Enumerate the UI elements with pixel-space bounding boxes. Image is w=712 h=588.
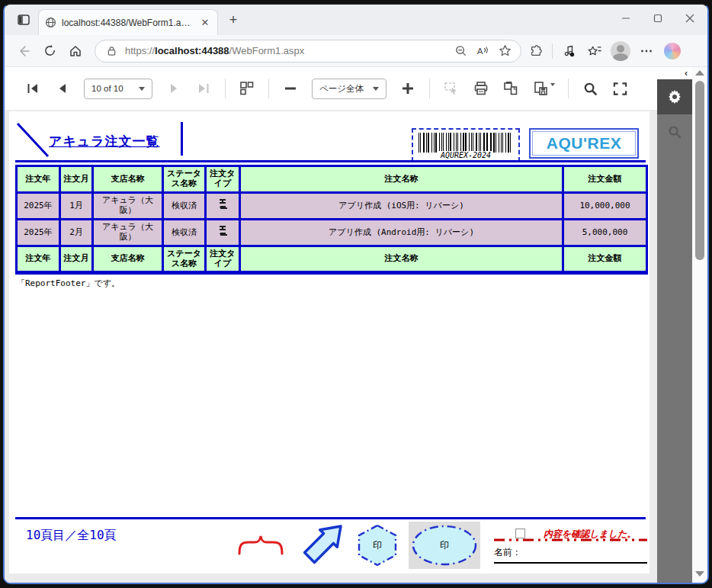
page-select[interactable]: 10 of 10 xyxy=(84,79,152,99)
barcode-label: AQUREX-2024 xyxy=(438,151,493,159)
next-page-button[interactable] xyxy=(165,80,182,97)
back-button[interactable] xyxy=(12,40,35,63)
read-aloud-icon[interactable]: A xyxy=(474,43,491,59)
favorites-hub-icon[interactable] xyxy=(583,40,606,63)
col-header: 注文月 xyxy=(60,246,93,273)
print-layout-button[interactable] xyxy=(502,80,519,97)
toolbar-separator xyxy=(568,79,569,98)
sidebar-collapse-button[interactable]: ‹ xyxy=(657,67,692,79)
col-header: 注文金額 xyxy=(563,246,647,273)
sidebar-search-button[interactable] xyxy=(657,114,692,149)
col-header: 注文タイプ xyxy=(206,166,240,193)
report-footer-note: 「ReportFooter」です。 xyxy=(17,278,120,289)
vertical-scrollbar[interactable] xyxy=(692,67,707,583)
col-header: 注文名称 xyxy=(240,166,563,193)
col-header: ステータス名称 xyxy=(163,246,206,273)
hexagon-stamp: 印 xyxy=(356,523,399,567)
url-host: localhost:44388 xyxy=(155,45,229,56)
last-page-button[interactable] xyxy=(195,80,212,97)
cell-branch: アキュラ（大阪） xyxy=(93,193,163,220)
refresh-button[interactable] xyxy=(38,40,61,63)
cell-month: 2月 xyxy=(60,220,93,246)
copilot-button[interactable] xyxy=(661,40,684,63)
col-header: 支店名称 xyxy=(93,246,163,273)
new-tab-button[interactable]: + xyxy=(223,9,244,31)
stamp-label: 印 xyxy=(440,539,449,552)
zoom-in-button[interactable] xyxy=(399,80,416,97)
scroll-up-arrow[interactable] xyxy=(695,70,704,76)
cell-status: 検収済 xyxy=(163,193,206,220)
search-icon xyxy=(667,124,682,140)
header-rule xyxy=(15,160,646,162)
print-button[interactable] xyxy=(473,80,489,97)
fullscreen-button[interactable] xyxy=(611,80,628,97)
maximize-button[interactable] xyxy=(642,6,674,31)
home-button[interactable] xyxy=(64,40,87,63)
name-label: 名前： xyxy=(494,546,521,559)
confirm-checkbox[interactable] xyxy=(515,529,525,538)
scroll-thumb[interactable] xyxy=(695,81,704,260)
url-path: /WebForm1.aspx xyxy=(229,45,305,56)
logo-box: AQU'REX xyxy=(529,128,639,159)
zoom-select-value: ページ全体 xyxy=(319,83,364,95)
export-button[interactable] xyxy=(532,80,555,97)
diagonal-line-shape xyxy=(15,122,50,159)
favorite-star-icon[interactable] xyxy=(496,43,513,59)
tab-actions-button[interactable] xyxy=(12,8,35,31)
col-header: 注文月 xyxy=(60,166,93,193)
logo-text: AQU'REX xyxy=(547,134,621,153)
tab-title: localhost:44388/WebForm1.aspx xyxy=(62,18,194,28)
report-viewer: 10 of 10 ページ全体 xyxy=(5,67,657,583)
zoom-out-button[interactable] xyxy=(282,80,299,97)
zoom-select[interactable]: ページ全体 xyxy=(312,79,386,99)
page-select-value: 10 of 10 xyxy=(91,84,123,93)
address-bar: https://localhost:44388/WebForm1.aspx A xyxy=(5,35,707,67)
cell-year: 2025年 xyxy=(17,220,60,246)
search-button[interactable] xyxy=(582,80,598,97)
sidebar: ‹ xyxy=(657,67,692,583)
first-page-button[interactable] xyxy=(24,80,41,97)
cell-status: 検収済 xyxy=(163,220,206,246)
cell-order-name: アプリ作成 (Android用: リバーシ) xyxy=(240,220,563,246)
cell-month: 1月 xyxy=(60,193,93,220)
url-scheme: https:// xyxy=(125,45,155,56)
barcode: AQUREX-2024 xyxy=(412,128,520,162)
toolbar-divider xyxy=(552,43,553,59)
multipage-view-button[interactable] xyxy=(239,80,255,97)
stamp-label: 印 xyxy=(373,539,382,552)
red-dashdot-line xyxy=(494,538,647,541)
close-button[interactable] xyxy=(674,6,706,31)
media-icon[interactable] xyxy=(557,40,580,63)
table-row: 2025年 1月 アキュラ（大阪） 検収済 アプリ作成 (iOS用: リバーシ)… xyxy=(17,193,647,220)
toolbar-separator xyxy=(268,79,269,98)
profile-avatar[interactable] xyxy=(609,40,632,63)
avatar xyxy=(611,41,630,61)
svg-text:A: A xyxy=(477,46,483,56)
url-field[interactable]: https://localhost:44388/WebForm1.aspx A xyxy=(95,40,521,63)
minimize-button[interactable] xyxy=(610,6,642,31)
cell-amount: 10,000,000 xyxy=(563,193,647,220)
gear-icon xyxy=(667,89,682,104)
globe-icon xyxy=(45,17,56,28)
chevron-down-icon xyxy=(139,87,145,91)
previous-page-button[interactable] xyxy=(54,80,71,97)
chevron-down-icon xyxy=(550,83,555,86)
chevron-down-icon xyxy=(373,87,379,91)
col-header: 支店名称 xyxy=(93,166,163,193)
arrow-shape xyxy=(297,521,346,568)
cell-order-type xyxy=(206,220,240,246)
extensions-icon[interactable] xyxy=(524,40,547,63)
viewer-content: アキュラ注文一覧 AQUREX-2024 AQU'REX xyxy=(5,110,657,583)
cell-branch: アキュラ（大阪） xyxy=(93,220,163,246)
browser-tab[interactable]: localhost:44388/WebForm1.aspx ✕ xyxy=(38,9,218,35)
settings-more-icon[interactable] xyxy=(635,40,658,63)
zoom-out-page-icon[interactable] xyxy=(452,43,469,59)
cell-order-type xyxy=(206,193,240,220)
select-tool-button[interactable] xyxy=(443,80,460,97)
sidebar-settings-button[interactable] xyxy=(657,79,692,114)
scroll-down-arrow[interactable] xyxy=(695,571,704,577)
tab-close-icon[interactable]: ✕ xyxy=(199,17,211,29)
table-footer-header-row: 注文年 注文月 支店名称 ステータス名称 注文タイプ 注文名称 注文金額 xyxy=(17,246,647,273)
footer-rule xyxy=(15,517,646,519)
cell-year: 2025年 xyxy=(17,193,60,220)
